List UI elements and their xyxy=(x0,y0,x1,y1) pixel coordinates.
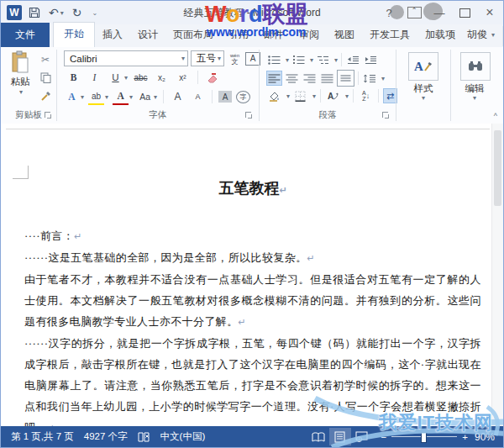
numbering-button[interactable] xyxy=(291,52,307,67)
editing-button[interactable] xyxy=(460,52,491,81)
redo-button[interactable]: ↻ xyxy=(72,6,82,19)
decrease-indent-button[interactable] xyxy=(345,52,361,67)
highlight-button[interactable]: ab xyxy=(88,88,104,105)
bullets-button[interactable] xyxy=(266,52,282,67)
zoom-slider[interactable] xyxy=(391,436,457,437)
collapse-ribbon-button[interactable]: ^ xyxy=(494,112,497,120)
underline-dropdown-icon[interactable]: ▾ xyxy=(124,74,128,82)
proofing-status[interactable] xyxy=(138,432,150,442)
grow-font-button[interactable]: A xyxy=(170,89,186,104)
enclose-character-button[interactable]: 字 xyxy=(236,91,250,103)
vertical-scrollbar[interactable] xyxy=(491,124,503,426)
zoom-out-button[interactable]: − xyxy=(381,432,387,442)
italic-button[interactable]: I xyxy=(87,70,102,85)
web-layout-button[interactable] xyxy=(351,428,373,445)
tab-file[interactable]: 文件 xyxy=(1,23,50,47)
shading-dropdown-icon[interactable]: ▾ xyxy=(286,92,290,100)
tab-addins[interactable]: 加载项 xyxy=(417,24,463,47)
tab-user-name[interactable]: 胡俊▾ xyxy=(463,24,499,47)
styles-button[interactable]: A xyxy=(408,52,438,81)
align-left-button[interactable] xyxy=(266,71,282,86)
increase-indent-button[interactable] xyxy=(363,52,379,67)
bold-button[interactable]: B xyxy=(66,70,81,85)
borders-dropdown-icon[interactable]: ▾ xyxy=(312,92,316,100)
multilevel-dropdown-icon[interactable]: ▾ xyxy=(334,56,338,64)
bullets-dropdown-icon[interactable]: ▾ xyxy=(286,56,289,64)
shrink-font-button[interactable]: A xyxy=(190,89,206,104)
tab-home[interactable]: 开始 xyxy=(53,22,95,47)
read-mode-button[interactable] xyxy=(307,428,329,445)
line-spacing-dropdown-icon[interactable]: ▾ xyxy=(381,75,385,82)
underline-button[interactable]: U xyxy=(108,70,123,85)
font-size-select[interactable]: 五号▾ xyxy=(191,50,224,66)
styles-label: 样式 xyxy=(396,82,450,95)
borders-button[interactable] xyxy=(292,88,308,103)
clear-formatting-button[interactable] xyxy=(205,70,221,85)
paragraph-mark: ↵ xyxy=(279,185,286,196)
font-color-dropdown-icon[interactable]: ▾ xyxy=(129,93,133,101)
shading-button[interactable] xyxy=(266,88,282,103)
zoom-percentage[interactable]: 90% xyxy=(475,431,495,443)
paragraph-1: ······这是五笔基础的全部，因为是全部，所以比较复杂。↵ xyxy=(24,247,481,269)
zoom-slider-thumb[interactable] xyxy=(421,432,427,443)
page-indicator[interactable]: 第 1 页,共 7 页 xyxy=(11,430,74,443)
copy-button[interactable] xyxy=(38,71,53,85)
customize-qat-button[interactable]: ⌄ xyxy=(90,9,97,17)
paste-button[interactable]: 粘贴 ▾ xyxy=(5,50,35,111)
format-painter-button[interactable] xyxy=(38,89,53,103)
highlight-dropdown-icon[interactable]: ▾ xyxy=(105,93,108,101)
tab-design[interactable]: 设计 xyxy=(130,24,165,47)
tab-mailings[interactable]: 邮件 xyxy=(256,24,291,47)
word-count[interactable]: 4927 个字 xyxy=(84,430,128,443)
tab-insert[interactable]: 插入 xyxy=(95,24,130,47)
align-center-button[interactable] xyxy=(284,71,300,86)
close-button[interactable]: × xyxy=(480,4,500,21)
document-content[interactable]: 五笔教程↵ ····前言：↵ ······这是五笔基础的全部，因为是全部，所以比… xyxy=(24,176,481,426)
font-dialog-launcher[interactable] xyxy=(245,112,254,120)
text-effects-button[interactable]: A xyxy=(64,89,80,104)
save-button[interactable] xyxy=(29,7,40,18)
line-spacing-button[interactable] xyxy=(362,71,378,86)
tab-view[interactable]: 视图 xyxy=(327,24,362,47)
change-case-button[interactable]: Aa xyxy=(137,89,153,104)
superscript-button[interactable]: x² xyxy=(175,70,191,85)
tab-page-layout[interactable]: 页面布局 xyxy=(165,24,221,47)
scrollbar-thumb[interactable] xyxy=(494,130,501,206)
undo-button[interactable]: ↶▾ xyxy=(49,6,64,19)
undo-dropdown-icon[interactable]: ▾ xyxy=(60,9,64,17)
zoom-in-button[interactable]: + xyxy=(462,432,468,442)
multilevel-list-button[interactable] xyxy=(315,52,331,67)
text-effects-dropdown-icon[interactable]: ▾ xyxy=(81,93,84,101)
styles-group: A 样式 ▾ xyxy=(396,47,450,124)
cut-button[interactable]: ✂ xyxy=(38,52,53,66)
asian-layout-dropdown-icon[interactable]: ▾ xyxy=(345,92,349,100)
subscript-button[interactable]: x₂ xyxy=(154,70,170,85)
paste-dropdown-icon[interactable]: ▾ xyxy=(19,88,23,96)
editing-dropdown-icon[interactable]: ▾ xyxy=(451,94,498,102)
change-case-dropdown-icon[interactable]: ▾ xyxy=(154,93,157,101)
strikethrough-button[interactable]: abc xyxy=(133,70,149,85)
sort-button[interactable]: AZ↓ xyxy=(358,88,374,103)
align-right-button[interactable] xyxy=(302,71,318,86)
clipboard-dialog-launcher[interactable] xyxy=(45,112,53,120)
numbering-dropdown-icon[interactable]: ▾ xyxy=(310,56,313,64)
character-shading-button[interactable]: A xyxy=(218,91,232,103)
language-indicator[interactable]: 中文(中国) xyxy=(160,430,206,443)
tab-developer[interactable]: 开发工具 xyxy=(362,24,417,47)
ribbon-display-options-button[interactable]: ⌃ xyxy=(404,4,424,21)
print-layout-button[interactable] xyxy=(329,428,351,445)
font-color-button[interactable]: A xyxy=(113,88,129,105)
styles-dropdown-icon[interactable]: ▾ xyxy=(396,94,450,102)
paragraph-dialog-launcher[interactable] xyxy=(382,112,391,120)
tab-review[interactable]: 审阅 xyxy=(291,24,327,47)
phonetic-guide-button[interactable]: wén文 xyxy=(227,51,243,66)
font-name-select[interactable]: Calibri▾ xyxy=(64,50,188,66)
maximize-button[interactable] xyxy=(454,4,475,21)
asian-layout-button[interactable]: A xyxy=(325,88,341,103)
justify-button[interactable] xyxy=(319,71,335,86)
quick-access-toolbar: ↶▾ ↻ ⌄ xyxy=(29,6,97,19)
tab-references[interactable]: 引用 xyxy=(221,24,256,47)
distributed-button[interactable] xyxy=(337,70,354,87)
document-area[interactable]: 五笔教程↵ ····前言：↵ ······这是五笔基础的全部，因为是全部，所以比… xyxy=(1,124,503,426)
font-name-dropdown-icon: ▾ xyxy=(181,55,185,62)
